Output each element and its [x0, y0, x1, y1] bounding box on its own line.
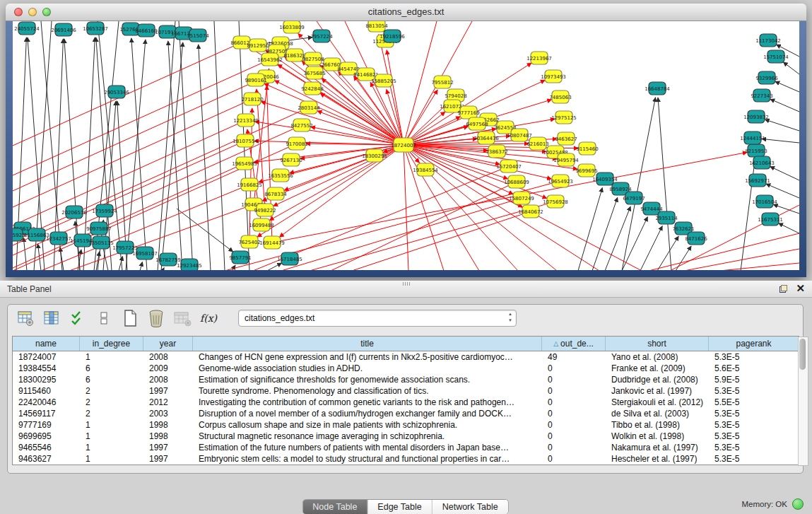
graph-node-label: 12975125 [551, 115, 577, 121]
column-visibility-button[interactable] [42, 309, 61, 327]
table-cell: 5.3E-5 [709, 453, 799, 465]
window-titlebar[interactable]: citations_edges.txt [6, 4, 806, 21]
tab-node-table[interactable]: Node Table [302, 500, 367, 514]
graph-node-label: 5794028 [445, 93, 466, 99]
new-document-button[interactable] [121, 309, 139, 327]
delete-button[interactable] [147, 309, 165, 327]
graph-edge [179, 21, 193, 270]
graph-node-label: 18107554 [233, 139, 258, 144]
table-row[interactable]: 969969511998Structural magnetic resonanc… [13, 431, 799, 442]
graph-edge [163, 268, 164, 270]
graph-edge [275, 81, 404, 145]
graph-node-label: 9699695 [575, 168, 597, 174]
memory-status-icon [792, 498, 804, 510]
table-gear-icon [17, 310, 34, 327]
table-cell: 2008 [143, 351, 193, 363]
column-header-out_de[interactable]: △out_de... [542, 337, 606, 351]
graph-edge [13, 120, 246, 226]
graph-edge [232, 265, 235, 270]
table-cell: Investigating the contribution of common… [193, 397, 542, 408]
tab-edge-table[interactable]: Edge Table [367, 500, 432, 514]
table-row[interactable]: 1872400712008Changes of HCN gene express… [13, 351, 799, 363]
table-cell: 5.3E-5 [709, 351, 799, 363]
graph-node-label: 9329966 [755, 76, 778, 81]
column-header-short[interactable]: short [606, 337, 709, 351]
table-row[interactable]: 911546021997Tourette syndrome. Phenomeno… [13, 385, 799, 397]
table-chooser-value: citations_edges.txt [239, 313, 516, 323]
vertical-scrollbar[interactable] [798, 337, 808, 466]
float-panel-icon[interactable] [779, 285, 787, 293]
graph-edge [775, 81, 799, 92]
graph-edge [168, 41, 182, 270]
clear-selection-button[interactable] [95, 309, 113, 327]
graph-edge [161, 42, 183, 270]
table-mode-button[interactable] [16, 309, 35, 327]
table-row[interactable]: 1938455462009Genome-wide association stu… [13, 363, 799, 374]
column-header-title[interactable]: title [193, 337, 542, 351]
function-builder-button[interactable]: f(x) [199, 309, 218, 327]
table-cell: 2003 [143, 408, 193, 419]
table-cell: Jankovic et al. (1997) [606, 385, 709, 397]
table-type-tabs: Node TableEdge TableNetwork Table [302, 499, 508, 514]
table-cell: Hescheler et al. (1997) [606, 453, 709, 465]
graph-edge [96, 37, 112, 270]
column-header-year[interactable]: year [143, 337, 193, 351]
graph-node-label: 11173042 [755, 38, 781, 44]
graph-node-label: 10688609 [504, 180, 529, 185]
graph-node-label: 29053346 [104, 90, 129, 95]
graph-node-label: 17957223 [112, 245, 138, 251]
table-cell: 1997 [143, 453, 193, 465]
table-row[interactable]: 946554611997Estimation of the future num… [13, 442, 799, 453]
node-table[interactable]: namein_degreeyeartitle△out_de...shortpag… [12, 336, 799, 465]
graph-node-label: 16099488 [249, 223, 274, 228]
graph-node-label: 6479197 [623, 196, 645, 201]
table-toolbar: f(x) citations_edges.txt ▲▼ [8, 305, 803, 332]
splitter-grip-icon[interactable] [403, 282, 410, 286]
graph-node-label: 7515074 [187, 33, 209, 39]
column-header-pagerank[interactable]: pagerank [709, 337, 799, 351]
graph-edge [649, 233, 799, 270]
graph-node-label: 15720407 [496, 164, 522, 170]
graph-node-label: 17016504 [752, 199, 777, 205]
graph-node-label: 19166825 [237, 182, 262, 188]
delete-table-button[interactable] [173, 309, 192, 327]
table-cell: 5.3E-5 [709, 385, 799, 397]
table-chooser-select[interactable]: citations_edges.txt ▲▼ [238, 310, 517, 327]
table-cell: 5.3E-5 [709, 419, 799, 431]
trash-icon [148, 309, 165, 327]
graph-node-label: 7386372 [486, 149, 507, 155]
table-card: f(x) citations_edges.txt ▲▼ namein_degre… [7, 304, 804, 474]
table-cell: Embryonic stem cells: a model to study s… [193, 453, 542, 465]
table-cell: 2 [80, 385, 143, 397]
table-panel: Table Panel ✕ [0, 281, 812, 514]
scrollbar-thumb[interactable] [799, 339, 806, 370]
graph-node-label: 6216013 [526, 141, 548, 147]
graph-node-label: 15885205 [371, 78, 396, 84]
table-row[interactable]: 2242004622012Investigating the contribut… [13, 397, 799, 408]
table-cell: de Silva et al. (2003) [606, 408, 709, 419]
table-cell: 14569117 [13, 408, 80, 419]
tab-network-table[interactable]: Network Table [433, 500, 508, 514]
fx-icon: f(x) [200, 313, 217, 324]
table-cell: 2 [80, 397, 143, 408]
graph-node-label: 16958107 [132, 251, 158, 257]
graph-node-label: 9474444 [640, 206, 663, 212]
column-header-in_degree[interactable]: in_degree [80, 337, 143, 351]
network-canvas[interactable]: 8660123891295018226058982750516543962818… [13, 21, 799, 270]
table-cell: 2 [80, 408, 143, 419]
graph-edge [38, 244, 41, 270]
graph-node-label: 11675311 [758, 217, 783, 223]
table-cell: Yano et al. (2008) [606, 351, 709, 363]
table-row[interactable]: 1830029562008Estimation of significance … [13, 374, 799, 385]
graph-node-label: 20206576 [61, 210, 87, 216]
table-cell: 0 [542, 442, 606, 453]
table-cell: 1998 [143, 431, 193, 442]
column-header-name[interactable]: name [13, 337, 80, 351]
graph-edge [578, 187, 602, 270]
select-all-button[interactable] [69, 309, 87, 327]
table-row[interactable]: 946362711997Embryonic stem cells: a mode… [13, 453, 799, 465]
close-panel-icon[interactable]: ✕ [796, 284, 805, 293]
table-row[interactable]: 1456911722003Disruption of a novel membe… [13, 408, 799, 419]
network-canvas-holder[interactable]: 8660123891295018226058982750516543962818… [13, 21, 799, 270]
table-row[interactable]: 977716911998Corpus callosum shape and si… [13, 419, 799, 431]
